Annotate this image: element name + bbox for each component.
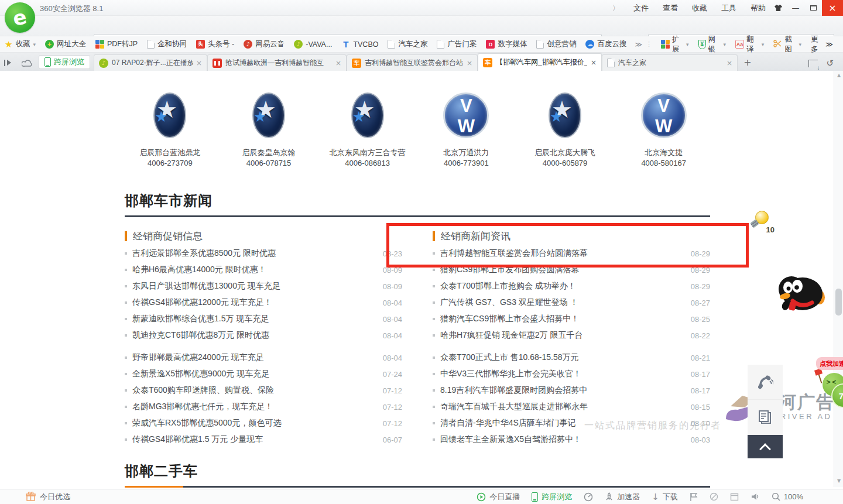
bookmark-creative[interactable]: 创意营销 <box>532 36 581 52</box>
dealer-name[interactable]: 启辰秦皇岛京翰 <box>242 148 296 158</box>
tab-news-article[interactable]: 抢试博越欧洲—吉利博越智能互× <box>207 54 347 71</box>
news-item[interactable]: 凯迪拉克CT6邯郸优惠8万元 限时优惠08-04 <box>125 327 402 344</box>
bookmark-baidu-cloud[interactable]: ☁百度云搜 <box>581 36 631 52</box>
dealer-name[interactable]: 启辰北京庞大腾飞 <box>534 148 595 158</box>
tab-close-icon[interactable]: × <box>591 59 597 67</box>
scroll-down-icon[interactable]: ▼ <box>834 478 843 484</box>
news-item-title[interactable]: 众泰T700邯郸上市抢购会 成功举办！ <box>440 281 685 292</box>
today-pick-button[interactable]: 今日优选 <box>26 492 70 502</box>
news-item-title[interactable]: 哈弗H7疯狂促销 现金钜惠2万 限五千台 <box>440 330 685 341</box>
adfilter-icon[interactable] <box>710 492 718 501</box>
menu-help[interactable]: 帮助 <box>751 3 766 13</box>
news-item-title[interactable]: 众泰T600购车即送牌照、购置税、保险 <box>132 385 377 396</box>
reopen-closed-tab-icon[interactable] <box>808 60 818 67</box>
dealer-card[interactable]: VW 北京海文捷 4008-580167 <box>614 92 713 169</box>
news-item[interactable]: 吉利远景邯郸全系优惠8500元 限时优惠08-23 <box>125 245 402 262</box>
menu-file[interactable]: 文件 <box>633 3 649 13</box>
scrollbar-thumb[interactable] <box>835 289 842 316</box>
news-item-title[interactable]: 8.19吉利汽车邯郸盛夏限时团购会招募中 <box>440 385 685 396</box>
cross-screen-button[interactable]: 跨屏浏览 <box>39 55 90 69</box>
news-item-title[interactable]: 东风日产骐达邯郸优惠13000元 现车充足 <box>132 281 377 292</box>
tab-close-icon[interactable]: × <box>727 59 732 67</box>
news-item-title[interactable]: 中华V3三代邯郸华兆上市会完美收官！ <box>440 369 685 379</box>
page-zoom-control[interactable]: 100% <box>772 492 803 501</box>
dealer-card[interactable]: ★★ 北京东风南方三合专营 4006-086813 <box>318 92 417 169</box>
news-item[interactable]: 名爵MG3邯郸优惠七仟元，现车充足！07-12 <box>125 399 402 415</box>
sidebar-toggle-icon[interactable] <box>0 54 18 71</box>
tab-autohome[interactable]: 汽车之家× <box>602 54 738 71</box>
news-item-title[interactable]: 传祺GS4邯郸优惠1.5 万元 少量现车 <box>132 434 377 445</box>
menu-favorites[interactable]: 收藏 <box>692 3 707 13</box>
news-item[interactable]: 众泰T700正式上市 售10.68-15.58万元08-21 <box>433 349 710 366</box>
news-item-title[interactable]: 荣威汽车RX5邯郸优惠5000元，颜色可选 <box>132 418 377 428</box>
more-button[interactable]: 更多≫ <box>807 35 837 54</box>
dealer-card[interactable]: ★★ 启辰秦皇岛京翰 4006-078715 <box>220 92 318 169</box>
news-item[interactable]: 全新景逸X5邯郸优惠9000元 现车充足07-24 <box>125 366 402 382</box>
news-item-title[interactable]: 猎豹汽车CS9邯郸上市会盛大招募中！ <box>440 314 685 324</box>
bookmark-jinhe[interactable]: 金和协同 <box>142 36 191 52</box>
tab-handan-auto-active[interactable]: 车 【邯郸汽车网_邯郸汽车报价_邯× <box>478 53 602 71</box>
menu-collapse-icon[interactable]: 〉 <box>612 4 619 13</box>
menu-view[interactable]: 查看 <box>663 3 678 13</box>
tab-music[interactable]: ♪ 07 RAP02-辉子...正在播放 中巨× <box>94 54 207 71</box>
accelerator-button[interactable]: 加速器 <box>605 492 640 502</box>
sound-icon[interactable] <box>751 492 760 501</box>
news-item-title[interactable]: 名爵MG3邯郸优惠七仟元，现车充足！ <box>132 402 377 412</box>
tab-close-icon[interactable]: × <box>335 59 341 67</box>
news-item-title[interactable]: 奇瑞汽车百城千县大型巡展走进邯郸永年 <box>440 402 685 412</box>
news-item-title[interactable]: 吉利远景邯郸全系优惠8500元 限时优惠 <box>132 248 377 259</box>
news-item[interactable]: 8.19吉利汽车邯郸盛夏限时团购会招募中08-17 <box>433 382 710 399</box>
bookmark-pdf[interactable]: PDF转JP <box>91 36 142 52</box>
tab-jili-boyue[interactable]: 车 吉利博越智能互联鉴赏会邢台站× <box>347 54 478 71</box>
minimize-button[interactable]: — <box>787 0 804 16</box>
news-item-title[interactable]: 回馈老车主全新景逸X5自驾游招募中！ <box>440 434 685 445</box>
phone-contact-button[interactable] <box>748 365 783 400</box>
cloud-sync-icon[interactable] <box>18 54 37 71</box>
screenshot-button[interactable]: 截图▾ <box>769 35 806 54</box>
news-item[interactable]: 广汽传祺 GS7、GS3 双星耀世登场 ！08-27 <box>433 294 710 311</box>
dealer-name[interactable]: 北京东风南方三合专营 <box>330 148 406 158</box>
news-item[interactable]: 众泰T600购车即送牌照、购置税、保险07-12 <box>125 382 402 399</box>
new-tab-button[interactable]: + <box>740 55 755 69</box>
menu-tools[interactable]: 工具 <box>721 3 736 13</box>
news-item-title[interactable]: 凯迪拉克CT6邯郸优惠8万元 限时优惠 <box>132 330 377 341</box>
news-item[interactable]: 众泰T700邯郸上市抢购会 成功举办！08-29 <box>433 278 710 294</box>
news-item-title[interactable]: 全新景逸X5邯郸优惠9000元 现车充足 <box>132 369 377 379</box>
translate-button[interactable]: Aa翻译▾ <box>731 35 768 54</box>
skin-button[interactable] <box>769 0 787 16</box>
speedup-tooltip[interactable]: 点我加速 <box>816 357 843 370</box>
dealer-card[interactable]: VW 北京万通洪力 4006-773901 <box>417 92 516 169</box>
today-live-button[interactable]: 今日直播 <box>477 492 520 502</box>
netbank-button[interactable]: ¥网银▾ <box>694 35 731 54</box>
restore-button[interactable] <box>804 0 822 16</box>
scroll-up-icon[interactable]: ▲ <box>834 73 843 78</box>
netspeed-dial-icon[interactable] <box>584 492 593 502</box>
download-button[interactable]: ↓ 下载 <box>652 492 678 502</box>
dealer-name[interactable]: 北京万通洪力 <box>443 148 489 158</box>
undo-icon[interactable]: ↺ <box>826 58 834 68</box>
news-item-title[interactable]: 新蒙迪欧邯郸综合优惠1.5万 现车充足 <box>132 314 377 324</box>
news-item[interactable]: 传祺GS4邯郸优惠12000元 现车充足！08-04 <box>125 294 402 311</box>
dealer-card[interactable]: ★★ 启辰北京庞大腾飞 4000-605879 <box>516 92 615 169</box>
bookmark-autohome[interactable]: 汽车之家 <box>383 36 432 52</box>
extensions-button[interactable]: 扩展▾ <box>657 35 693 54</box>
news-item[interactable]: 奇瑞汽车百城千县大型巡展走进邯郸永年08-15 <box>433 399 710 415</box>
news-item[interactable]: 新蒙迪欧邯郸综合优惠1.5万 现车充足08-04 <box>125 311 402 327</box>
window-mode-icon[interactable] <box>730 493 739 501</box>
news-item[interactable]: 中华V3三代邯郸华兆上市会完美收官！08-17 <box>433 366 710 382</box>
bookmarks-overflow-icon[interactable]: ≫ <box>631 40 646 49</box>
news-item[interactable]: 哈弗H6最高优惠14000元 限时优惠！08-09 <box>125 262 402 278</box>
cross-screen-status-button[interactable]: 跨屏浏览 <box>532 492 572 502</box>
news-item-title[interactable]: 众泰T700正式上市 售10.68-15.58万元 <box>440 352 685 363</box>
bookmark-vava[interactable]: ♪-VAVA... <box>289 36 337 52</box>
news-item[interactable]: 传祺GS4邯郸优惠1.5 万元 少量现车06-07 <box>125 431 402 448</box>
close-button[interactable]: × <box>822 0 843 16</box>
news-item[interactable]: 回馈老车主全新景逸X5自驾游招募中！08-03 <box>433 431 710 448</box>
tip-bulb-icon[interactable]: 10 <box>750 211 775 233</box>
dealer-name[interactable]: 北京海文捷 <box>645 148 683 158</box>
bookmark-netease-music[interactable]: ♪网易云音 <box>239 36 289 52</box>
report-flag-icon[interactable] <box>690 492 698 502</box>
qq-penguin-mascot[interactable] <box>776 269 825 315</box>
news-item[interactable]: 野帝邯郸最高优惠24000元 现车充足08-04 <box>125 349 402 366</box>
news-item[interactable]: 哈弗H7疯狂促销 现金钜惠2万 限五千台08-22 <box>433 327 710 344</box>
